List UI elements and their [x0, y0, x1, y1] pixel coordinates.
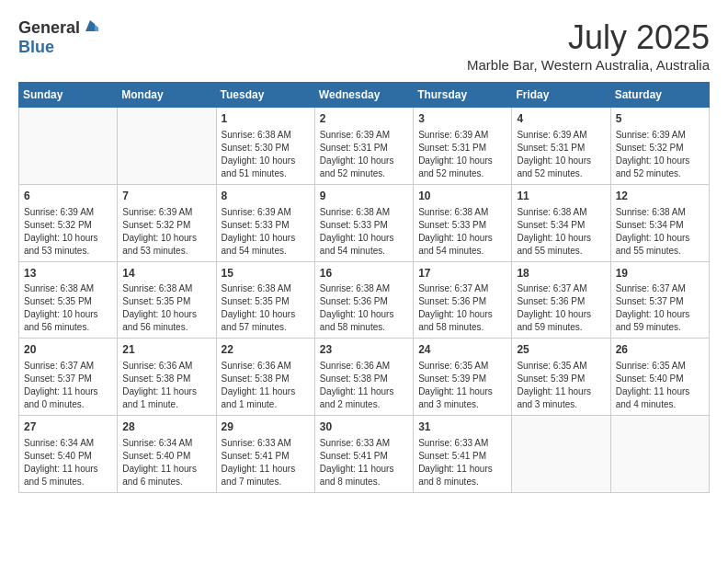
calendar-header-saturday: Saturday [610, 83, 709, 108]
day-info: Sunrise: 6:36 AM Sunset: 5:38 PM Dayligh… [122, 360, 210, 411]
day-number: 1 [222, 111, 310, 127]
day-number: 15 [222, 266, 310, 282]
day-info: Sunrise: 6:39 AM Sunset: 5:31 PM Dayligh… [517, 129, 605, 180]
logo-general: General [18, 18, 80, 38]
day-number: 16 [320, 266, 408, 282]
day-number: 31 [418, 419, 506, 435]
calendar-cell: 23Sunrise: 6:36 AM Sunset: 5:38 PM Dayli… [314, 339, 413, 416]
day-number: 5 [616, 111, 704, 127]
day-number: 29 [222, 419, 310, 435]
day-info: Sunrise: 6:35 AM Sunset: 5:39 PM Dayligh… [517, 360, 605, 411]
day-number: 23 [320, 342, 408, 358]
calendar-cell: 22Sunrise: 6:36 AM Sunset: 5:38 PM Dayli… [216, 339, 314, 416]
day-info: Sunrise: 6:37 AM Sunset: 5:37 PM Dayligh… [616, 282, 704, 334]
calendar-table: SundayMondayTuesdayWednesdayThursdayFrid… [18, 82, 710, 493]
calendar-cell: 27Sunrise: 6:34 AM Sunset: 5:40 PM Dayli… [19, 416, 118, 493]
day-number: 11 [517, 189, 605, 204]
day-number: 8 [222, 189, 310, 204]
day-number: 10 [418, 189, 506, 204]
day-number: 7 [122, 189, 210, 204]
calendar-cell: 12Sunrise: 6:38 AM Sunset: 5:34 PM Dayli… [610, 184, 709, 261]
day-info: Sunrise: 6:38 AM Sunset: 5:35 PM Dayligh… [24, 282, 112, 334]
day-number: 25 [517, 342, 605, 358]
day-number: 14 [122, 266, 210, 282]
day-number: 21 [122, 342, 210, 358]
calendar-cell: 7Sunrise: 6:39 AM Sunset: 5:32 PM Daylig… [118, 184, 216, 261]
day-info: Sunrise: 6:37 AM Sunset: 5:36 PM Dayligh… [418, 282, 506, 334]
calendar-cell: 15Sunrise: 6:38 AM Sunset: 5:35 PM Dayli… [216, 261, 314, 339]
calendar-cell: 20Sunrise: 6:37 AM Sunset: 5:37 PM Dayli… [19, 339, 118, 416]
day-info: Sunrise: 6:38 AM Sunset: 5:35 PM Dayligh… [222, 282, 310, 334]
day-info: Sunrise: 6:33 AM Sunset: 5:41 PM Dayligh… [418, 437, 506, 488]
day-info: Sunrise: 6:39 AM Sunset: 5:32 PM Dayligh… [24, 206, 112, 258]
day-number: 13 [24, 266, 112, 282]
calendar-week-row: 13Sunrise: 6:38 AM Sunset: 5:35 PM Dayli… [19, 261, 710, 339]
day-number: 24 [418, 342, 506, 358]
calendar-week-row: 6Sunrise: 6:39 AM Sunset: 5:32 PM Daylig… [19, 184, 710, 261]
calendar-header-row: SundayMondayTuesdayWednesdayThursdayFrid… [19, 83, 710, 108]
calendar-header-thursday: Thursday [414, 83, 512, 108]
calendar-cell: 19Sunrise: 6:37 AM Sunset: 5:37 PM Dayli… [610, 261, 709, 339]
calendar-header-friday: Friday [512, 83, 610, 108]
day-info: Sunrise: 6:38 AM Sunset: 5:34 PM Dayligh… [517, 206, 605, 258]
day-number: 4 [517, 111, 605, 127]
day-info: Sunrise: 6:38 AM Sunset: 5:36 PM Dayligh… [320, 282, 408, 334]
calendar-cell: 9Sunrise: 6:38 AM Sunset: 5:33 PM Daylig… [314, 184, 413, 261]
calendar-cell: 14Sunrise: 6:38 AM Sunset: 5:35 PM Dayli… [118, 261, 216, 339]
calendar-cell: 13Sunrise: 6:38 AM Sunset: 5:35 PM Dayli… [19, 261, 118, 339]
day-number: 12 [616, 189, 704, 204]
day-info: Sunrise: 6:35 AM Sunset: 5:40 PM Dayligh… [616, 360, 704, 411]
calendar-cell: 10Sunrise: 6:38 AM Sunset: 5:33 PM Dayli… [414, 184, 512, 261]
day-info: Sunrise: 6:34 AM Sunset: 5:40 PM Dayligh… [24, 437, 112, 488]
calendar-cell: 18Sunrise: 6:37 AM Sunset: 5:36 PM Dayli… [512, 261, 610, 339]
calendar-header-monday: Monday [118, 83, 216, 108]
page-header: General Blue July 2025 Marble Bar, Weste… [18, 18, 710, 73]
calendar-header-tuesday: Tuesday [216, 83, 314, 108]
logo-blue: Blue [18, 38, 54, 56]
day-info: Sunrise: 6:39 AM Sunset: 5:31 PM Dayligh… [418, 129, 506, 180]
day-number: 6 [24, 189, 112, 204]
day-number: 30 [320, 419, 408, 435]
calendar-cell: 21Sunrise: 6:36 AM Sunset: 5:38 PM Dayli… [118, 339, 216, 416]
day-info: Sunrise: 6:38 AM Sunset: 5:33 PM Dayligh… [418, 206, 506, 258]
calendar-cell: 8Sunrise: 6:39 AM Sunset: 5:33 PM Daylig… [216, 184, 314, 261]
calendar-cell: 2Sunrise: 6:39 AM Sunset: 5:31 PM Daylig… [314, 108, 413, 185]
location: Marble Bar, Western Australia, Australia [467, 57, 710, 73]
day-number: 2 [320, 111, 408, 127]
day-info: Sunrise: 6:38 AM Sunset: 5:34 PM Dayligh… [616, 206, 704, 258]
day-number: 18 [517, 266, 605, 282]
calendar-cell: 28Sunrise: 6:34 AM Sunset: 5:40 PM Dayli… [118, 416, 216, 493]
day-info: Sunrise: 6:37 AM Sunset: 5:36 PM Dayligh… [517, 282, 605, 334]
calendar-week-row: 27Sunrise: 6:34 AM Sunset: 5:40 PM Dayli… [19, 416, 710, 493]
day-info: Sunrise: 6:33 AM Sunset: 5:41 PM Dayligh… [320, 437, 408, 488]
day-number: 17 [418, 266, 506, 282]
calendar-cell [19, 108, 118, 185]
calendar-cell: 4Sunrise: 6:39 AM Sunset: 5:31 PM Daylig… [512, 108, 610, 185]
day-info: Sunrise: 6:37 AM Sunset: 5:37 PM Dayligh… [24, 360, 112, 411]
day-number: 20 [24, 342, 112, 358]
calendar-cell: 11Sunrise: 6:38 AM Sunset: 5:34 PM Dayli… [512, 184, 610, 261]
calendar-cell: 3Sunrise: 6:39 AM Sunset: 5:31 PM Daylig… [414, 108, 512, 185]
calendar-cell [610, 416, 709, 493]
calendar-cell: 30Sunrise: 6:33 AM Sunset: 5:41 PM Dayli… [314, 416, 413, 493]
day-info: Sunrise: 6:39 AM Sunset: 5:32 PM Dayligh… [616, 129, 704, 180]
day-info: Sunrise: 6:38 AM Sunset: 5:33 PM Dayligh… [320, 206, 408, 258]
day-info: Sunrise: 6:33 AM Sunset: 5:41 PM Dayligh… [222, 437, 310, 488]
calendar-cell: 16Sunrise: 6:38 AM Sunset: 5:36 PM Dayli… [314, 261, 413, 339]
day-info: Sunrise: 6:34 AM Sunset: 5:40 PM Dayligh… [122, 437, 210, 488]
calendar-cell: 24Sunrise: 6:35 AM Sunset: 5:39 PM Dayli… [414, 339, 512, 416]
day-number: 22 [222, 342, 310, 358]
svg-marker-0 [85, 20, 95, 31]
day-number: 28 [122, 419, 210, 435]
calendar-cell: 29Sunrise: 6:33 AM Sunset: 5:41 PM Dayli… [216, 416, 314, 493]
calendar-cell: 26Sunrise: 6:35 AM Sunset: 5:40 PM Dayli… [610, 339, 709, 416]
day-info: Sunrise: 6:35 AM Sunset: 5:39 PM Dayligh… [418, 360, 506, 411]
calendar-cell [118, 108, 216, 185]
title-block: July 2025 Marble Bar, Western Australia,… [467, 18, 710, 73]
logo-icon [82, 18, 98, 35]
calendar-cell: 6Sunrise: 6:39 AM Sunset: 5:32 PM Daylig… [19, 184, 118, 261]
day-number: 3 [418, 111, 506, 127]
calendar-cell: 25Sunrise: 6:35 AM Sunset: 5:39 PM Dayli… [512, 339, 610, 416]
day-info: Sunrise: 6:38 AM Sunset: 5:30 PM Dayligh… [222, 129, 310, 180]
calendar-header-sunday: Sunday [19, 83, 118, 108]
